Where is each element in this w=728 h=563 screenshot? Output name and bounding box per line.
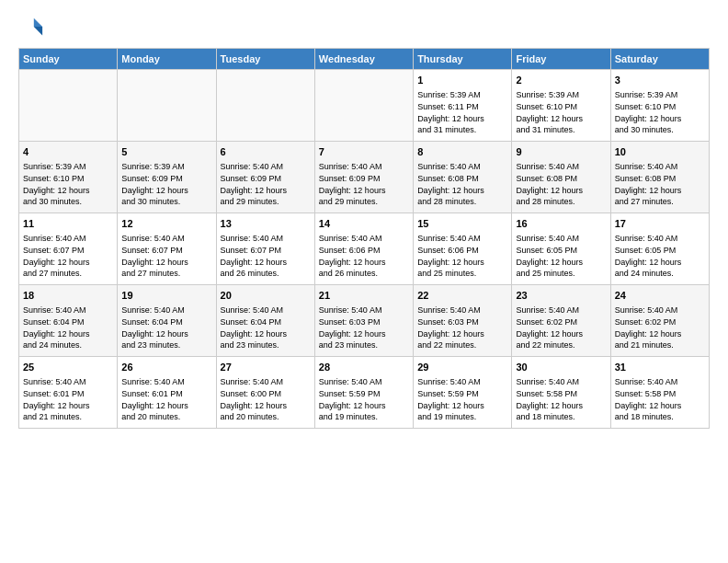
cell-5-4: 28Sunrise: 5:40 AMSunset: 5:59 PMDayligh… [314, 357, 413, 429]
cell-1-1 [19, 70, 118, 142]
table-header: SundayMondayTuesdayWednesdayThursdayFrid… [19, 49, 710, 70]
cell-line: and 24 minutes. [615, 268, 705, 280]
cell-line: Daylight: 12 hours [417, 257, 507, 269]
cell-line: and 30 minutes. [23, 196, 113, 208]
cell-line: Sunrise: 5:40 AM [23, 304, 113, 316]
cell-line: Daylight: 12 hours [221, 328, 311, 340]
cell-line: and 21 minutes. [23, 411, 113, 423]
day-number: 7 [319, 145, 409, 159]
cell-line: and 31 minutes. [516, 124, 606, 136]
cell-line: Sunset: 6:04 PM [121, 316, 211, 328]
cell-line: and 27 minutes. [615, 196, 705, 208]
day-number: 17 [615, 217, 705, 231]
cell-line: Sunset: 6:07 PM [23, 245, 113, 257]
cell-line: Sunset: 6:01 PM [121, 388, 211, 400]
cell-1-2 [118, 70, 216, 142]
cell-4-4: 21Sunrise: 5:40 AMSunset: 6:03 PMDayligh… [314, 285, 413, 357]
cell-line: Sunrise: 5:40 AM [319, 161, 409, 173]
cell-line: and 28 minutes. [417, 196, 507, 208]
header-row: SundayMondayTuesdayWednesdayThursdayFrid… [19, 49, 710, 70]
col-header-friday: Friday [512, 49, 610, 70]
cell-line: and 20 minutes. [221, 411, 311, 423]
cell-line: Sunrise: 5:40 AM [417, 304, 507, 316]
cell-line: Sunset: 6:09 PM [319, 173, 409, 185]
cell-3-7: 17Sunrise: 5:40 AMSunset: 6:05 PMDayligh… [610, 213, 709, 285]
cell-line: and 28 minutes. [516, 196, 606, 208]
svg-marker-0 [34, 18, 42, 27]
day-number: 1 [417, 74, 507, 87]
day-number: 18 [23, 289, 113, 303]
cell-line: Sunset: 6:05 PM [615, 245, 705, 257]
cell-line: Sunrise: 5:39 AM [516, 89, 606, 101]
cell-line: Sunrise: 5:40 AM [221, 304, 311, 316]
cell-2-1: 4Sunrise: 5:39 AMSunset: 6:10 PMDaylight… [19, 142, 118, 213]
cell-line: Sunrise: 5:39 AM [615, 89, 705, 101]
cell-1-6: 2Sunrise: 5:39 AMSunset: 6:10 PMDaylight… [512, 70, 610, 142]
cell-line: Sunset: 6:09 PM [221, 173, 311, 185]
cell-line: Sunset: 6:06 PM [417, 245, 507, 257]
cell-line: Sunset: 6:04 PM [23, 316, 113, 328]
cell-line: Daylight: 12 hours [221, 185, 311, 197]
cell-line: Daylight: 12 hours [121, 400, 211, 412]
day-number: 9 [516, 145, 606, 159]
cell-line: Sunset: 6:03 PM [417, 316, 507, 328]
day-number: 16 [516, 217, 606, 231]
cell-line: and 18 minutes. [516, 411, 606, 423]
cell-line: Sunrise: 5:40 AM [319, 376, 409, 388]
cell-line: Sunset: 6:02 PM [615, 316, 705, 328]
cell-line: Sunrise: 5:40 AM [615, 233, 705, 245]
cell-5-6: 30Sunrise: 5:40 AMSunset: 5:58 PMDayligh… [512, 357, 610, 429]
cell-1-4 [314, 70, 413, 142]
col-header-thursday: Thursday [414, 49, 512, 70]
cell-line: Sunset: 5:59 PM [417, 388, 507, 400]
cell-line: Sunrise: 5:40 AM [615, 376, 705, 388]
col-header-saturday: Saturday [610, 49, 709, 70]
cell-line: Sunrise: 5:40 AM [319, 233, 409, 245]
cell-line: Daylight: 12 hours [319, 328, 409, 340]
day-number: 3 [615, 74, 705, 87]
day-number: 8 [417, 145, 507, 159]
day-number: 6 [221, 145, 311, 159]
cell-line: Sunset: 6:01 PM [23, 388, 113, 400]
cell-2-6: 9Sunrise: 5:40 AMSunset: 6:08 PMDaylight… [512, 142, 610, 213]
cell-line: and 29 minutes. [221, 196, 311, 208]
cell-line: Sunset: 6:08 PM [615, 173, 705, 185]
cell-3-5: 15Sunrise: 5:40 AMSunset: 6:06 PMDayligh… [414, 213, 512, 285]
cell-line: Sunset: 6:11 PM [417, 101, 507, 113]
day-number: 29 [417, 361, 507, 374]
cell-line: Daylight: 12 hours [417, 328, 507, 340]
cell-line: and 25 minutes. [417, 268, 507, 280]
col-header-wednesday: Wednesday [314, 49, 413, 70]
cell-line: and 27 minutes. [121, 268, 211, 280]
day-number: 12 [121, 217, 211, 231]
cell-line: Sunset: 6:04 PM [221, 316, 311, 328]
day-number: 20 [221, 289, 311, 303]
cell-line: Daylight: 12 hours [23, 185, 113, 197]
cell-4-6: 23Sunrise: 5:40 AMSunset: 6:02 PMDayligh… [512, 285, 610, 357]
cell-line: and 24 minutes. [23, 339, 113, 351]
cell-line: Sunset: 6:00 PM [221, 388, 311, 400]
cell-line: Sunrise: 5:40 AM [221, 161, 311, 173]
cell-line: Sunset: 6:07 PM [221, 245, 311, 257]
svg-marker-1 [34, 27, 42, 35]
cell-line: Daylight: 12 hours [417, 185, 507, 197]
cell-line: and 30 minutes. [121, 196, 211, 208]
day-number: 10 [615, 145, 705, 159]
cell-line: and 19 minutes. [319, 411, 409, 423]
day-number: 2 [516, 74, 606, 87]
cell-3-2: 12Sunrise: 5:40 AMSunset: 6:07 PMDayligh… [118, 213, 216, 285]
cell-line: Daylight: 12 hours [23, 328, 113, 340]
week-row-3: 11Sunrise: 5:40 AMSunset: 6:07 PMDayligh… [19, 213, 710, 285]
cell-2-3: 6Sunrise: 5:40 AMSunset: 6:09 PMDaylight… [216, 142, 314, 213]
cell-line: and 18 minutes. [615, 411, 705, 423]
cell-line: Sunrise: 5:40 AM [516, 376, 606, 388]
cell-line: Daylight: 12 hours [221, 400, 311, 412]
cell-line: Daylight: 12 hours [516, 257, 606, 269]
day-number: 31 [615, 361, 705, 374]
cell-line: and 30 minutes. [615, 124, 705, 136]
cell-4-2: 19Sunrise: 5:40 AMSunset: 6:04 PMDayligh… [118, 285, 216, 357]
cell-1-3 [216, 70, 314, 142]
cell-line: and 29 minutes. [319, 196, 409, 208]
cell-line: Sunrise: 5:39 AM [23, 161, 113, 173]
cell-5-1: 25Sunrise: 5:40 AMSunset: 6:01 PMDayligh… [19, 357, 118, 429]
